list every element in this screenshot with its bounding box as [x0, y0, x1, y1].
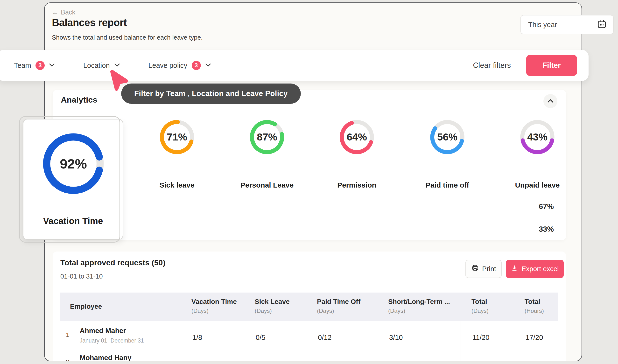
column-header-paid-time-off: Paid Time Off (Days) [317, 298, 360, 314]
filter-leave-policy-label: Leave policy [148, 62, 187, 69]
table-cell: 3/10 [389, 361, 403, 361]
table-row-index: 2 [66, 358, 69, 361]
donut-unpaid-leave: 43% Unpaid leave [499, 119, 576, 156]
table-row-employee-period: January 01 -December 31 [80, 338, 144, 344]
requests-date-range: 01-01 to 31-10 [60, 273, 103, 280]
table-cell: 17/20 [526, 334, 543, 341]
screen: ← Back Balances report Shows the total a… [0, 0, 618, 364]
stat-row-value: 67% [149, 202, 554, 211]
column-divider [515, 321, 515, 361]
table-cell: 0/12 [318, 334, 332, 341]
column-divider [379, 321, 379, 361]
table-cell: 0/12 [318, 361, 332, 361]
column-divider [310, 321, 310, 361]
donut-permission: 64% Permission [318, 119, 395, 156]
donut-label: Personal Leave [228, 181, 306, 189]
table-cell: 0/5 [256, 334, 265, 341]
page-subtitle: Shows the total and used balance for eac… [52, 34, 203, 41]
filter-leave-policy-count-badge: 3 [192, 61, 201, 70]
table-row-index: 1 [66, 331, 69, 339]
donut-sick-leave: 71% Sick leave [138, 119, 216, 156]
column-header-short-long-term: Short/Long-Term ... (Days) [388, 298, 450, 314]
requests-title: Total approved requests (50) [60, 258, 165, 267]
back-label: Back [61, 9, 75, 16]
collapse-analytics-button[interactable] [543, 94, 557, 108]
donut-chart: 43% [519, 119, 556, 156]
filter-leave-policy[interactable]: Leave policy 3 [148, 61, 211, 70]
clear-filters-link[interactable]: Clear filters [473, 61, 511, 70]
requests-card: Total approved requests (50) 01-01 to 31… [53, 251, 566, 361]
divider [118, 218, 566, 218]
donut-percent: 43% [519, 119, 556, 156]
table-cell: 1/8 [193, 361, 202, 361]
donut-label: Unpaid leave [499, 181, 576, 189]
analytics-title: Analytics [61, 95, 97, 104]
donut-personal-leave: 87% Personal Leave [228, 119, 306, 156]
donut-label: Paid time off [409, 181, 486, 189]
table-cell: 1/8 [193, 334, 202, 341]
table-cell: 0/5 [256, 361, 265, 361]
download-icon [511, 265, 518, 273]
donut-percent: 64% [338, 119, 375, 156]
donut-chart: 56% [429, 119, 466, 156]
page-title: Balances report [52, 17, 127, 28]
vacation-time-card[interactable]: 92% Vacation Time [23, 119, 123, 240]
back-link[interactable]: ← Back [52, 9, 75, 16]
column-divider [461, 321, 461, 361]
donut-percent: 92% [41, 131, 106, 196]
chevron-down-icon [114, 63, 120, 68]
chevron-up-icon [547, 99, 554, 104]
donut-chart-vacation: 92% [41, 131, 106, 196]
back-arrow-icon: ← [52, 9, 58, 16]
export-excel-label: Export excel [521, 265, 559, 273]
chevron-down-icon [205, 63, 211, 68]
table-cell: 11/20 [472, 334, 489, 341]
filter-submit-button[interactable]: Filter [526, 55, 577, 76]
analytics-card: Analytics 71% Sick leave 87% Pers [53, 90, 566, 240]
donut-chart: 71% [159, 119, 195, 156]
donut-chart: 87% [249, 119, 285, 156]
stat-row-value: 33% [149, 225, 554, 234]
filter-team[interactable]: Team 3 [14, 61, 55, 70]
filter-team-count-badge: 3 [36, 61, 45, 70]
donut-percent: 71% [159, 119, 195, 156]
donut-label: Vacation Time [23, 216, 123, 226]
column-header-total-hours: Total (Hours) [525, 298, 544, 314]
calendar-icon [597, 19, 613, 30]
print-label: Print [482, 265, 496, 273]
chevron-down-icon [49, 63, 55, 68]
filter-bar: Team 3 Location Leave policy 3 Clear fil… [0, 50, 589, 81]
column-divider [181, 321, 181, 361]
filter-tooltip: Filter by Team , Location and Leave Poli… [121, 83, 301, 104]
filter-team-label: Team [14, 62, 31, 69]
donut-label: Permission [318, 181, 395, 189]
column-header-total-days: Total (Days) [471, 298, 489, 314]
table-cell: 3/10 [389, 334, 403, 341]
table-cell: 17/20 [526, 361, 543, 361]
export-excel-button[interactable]: Export excel [506, 260, 564, 278]
donut-percent: 56% [429, 119, 466, 156]
printer-icon [471, 264, 479, 274]
donut-label: Sick leave [138, 181, 216, 189]
period-value: This year [521, 21, 597, 29]
donut-paid-time-off: 56% Paid time off [409, 119, 486, 156]
cursor-pointer-icon [107, 68, 129, 92]
column-header-sick-leave: Sick Leave (Days) [255, 298, 290, 314]
donut-percent: 87% [249, 119, 285, 156]
row-divider [60, 349, 558, 349]
table-row-employee-name[interactable]: Mohamed Hany [80, 354, 131, 361]
column-header-vacation-time: Vacation Time (Days) [192, 298, 237, 314]
print-button[interactable]: Print [465, 260, 502, 278]
table-row-employee-name[interactable]: Ahmed Maher [80, 327, 126, 335]
period-select[interactable]: This year [520, 15, 614, 34]
donut-chart: 64% [338, 119, 375, 156]
column-divider [248, 321, 248, 361]
filter-location-label: Location [83, 62, 110, 69]
column-header-employee: Employee [70, 303, 102, 311]
table-cell: 11/20 [472, 361, 489, 361]
